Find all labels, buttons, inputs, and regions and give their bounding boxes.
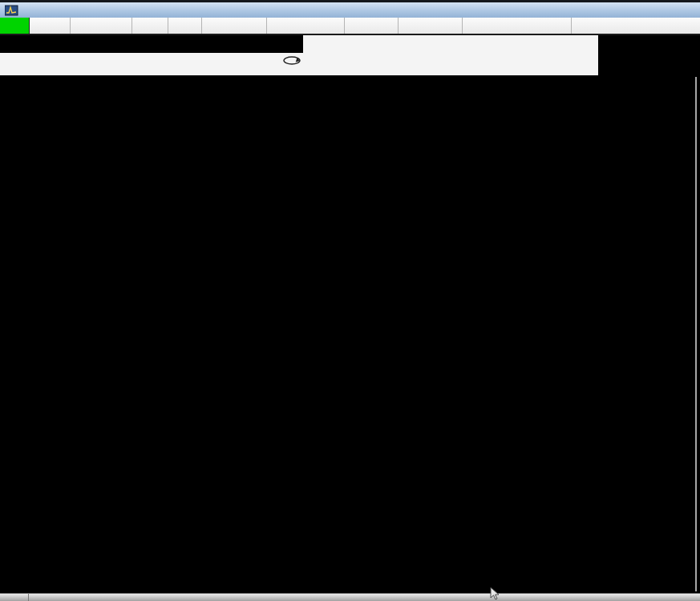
mouse-cursor-icon [489, 587, 502, 601]
screen-right-edge [695, 77, 697, 591]
sense-indicator[interactable] [345, 18, 399, 34]
bottom-strip-divider [28, 593, 29, 601]
trace-det-row [598, 61, 700, 74]
status-spacer-2 [202, 18, 267, 34]
rf-input-indicator[interactable] [71, 18, 132, 34]
status-spacer-3 [267, 18, 345, 34]
status-bar [0, 18, 700, 35]
spectrum-analyzer-window: { "window": { "title": "Keysight Spectru… [0, 0, 700, 601]
spectrum-display [0, 0, 700, 601]
lxi-indicator [0, 18, 30, 34]
trace-number-row [598, 35, 700, 48]
annotation-band [0, 35, 598, 75]
status-spacer-4 [399, 18, 463, 34]
impedance-indicator[interactable] [132, 18, 168, 34]
app-icon [5, 5, 18, 16]
active-function-readout[interactable] [0, 35, 303, 53]
clock [572, 18, 700, 34]
status-spacer-1 [30, 18, 71, 34]
bottom-window-strip [0, 593, 700, 601]
window-titlebar [0, 0, 700, 18]
trace-legend [598, 35, 700, 75]
coupling-indicator[interactable] [168, 18, 202, 34]
trace-type-row [598, 48, 700, 61]
align-indicator[interactable] [463, 18, 572, 34]
continuous-sweep-icon [281, 55, 304, 66]
